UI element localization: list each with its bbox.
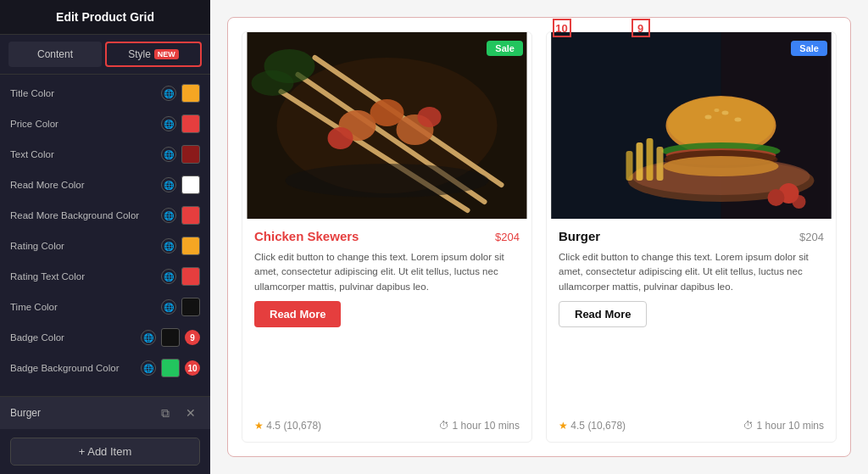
time-color-label: Time Color <box>10 302 154 312</box>
svg-point-35 <box>768 189 785 206</box>
setting-row-badge-color: Badge Color 🌐 9 <box>0 322 210 353</box>
text-color-swatch[interactable] <box>181 145 200 164</box>
new-badge: NEW <box>154 49 179 59</box>
price-color-swatch[interactable] <box>181 114 200 133</box>
setting-row-text-color: Text Color 🌐 <box>0 139 210 170</box>
read-more-bg-swatch[interactable] <box>181 206 200 225</box>
svg-rect-31 <box>647 138 654 181</box>
burger-item-row: Burger ⧉ ✕ <box>0 396 210 429</box>
svg-rect-33 <box>626 151 633 181</box>
time-color-swatch[interactable] <box>181 298 200 316</box>
time-color-controls: 🌐 <box>161 298 200 316</box>
read-more-bg-label: Read More Background Color <box>10 210 154 220</box>
badge-bg-color-controls: 🌐 10 <box>141 359 200 377</box>
rating-text-color-controls: 🌐 <box>161 267 200 286</box>
card-title-burger: Burger <box>559 229 600 243</box>
setting-row-title-color: Title Color 🌐 <box>0 78 210 109</box>
setting-row-rating-color: Rating Color 🌐 <box>0 231 210 261</box>
clock-icon-burger: ⏱ <box>743 420 754 432</box>
annotation-9: 9 <box>632 19 650 37</box>
star-icon-skewers: ★ <box>254 420 264 432</box>
badge-color-controls: 🌐 9 <box>141 328 200 347</box>
burger-image <box>547 32 836 219</box>
card-footer-burger: ★ 4.5 (10,678) ⏱ 1 hour 10 mins <box>559 415 824 432</box>
panel-title: Edit Product Grid <box>0 0 210 35</box>
card-title-row-burger: Burger $204 <box>559 229 824 243</box>
rating-color-globe[interactable]: 🌐 <box>161 238 176 254</box>
add-item-button[interactable]: + Add Item <box>10 438 200 466</box>
badge-bg-color-globe[interactable]: 🌐 <box>141 360 156 376</box>
badge-color-label: Badge Color <box>10 332 134 343</box>
card-footer-skewers: ★ 4.5 (10,678) ⏱ 1 hour 10 mins <box>254 415 520 432</box>
svg-point-10 <box>286 164 489 198</box>
badge-color-swatch[interactable] <box>161 328 180 347</box>
setting-row-price-color: Price Color 🌐 <box>0 109 210 139</box>
card-desc-skewers: Click edit button to change this text. L… <box>254 250 520 294</box>
text-color-controls: 🌐 <box>161 145 200 164</box>
tabs-row: Content Style NEW <box>0 35 210 75</box>
card-title-skewers: Chicken Skewers <box>254 229 359 243</box>
time-info-skewers: ⏱ 1 hour 10 mins <box>439 420 520 432</box>
clock-icon-skewers: ⏱ <box>439 420 449 432</box>
read-more-color-globe[interactable]: 🌐 <box>161 177 176 192</box>
card-price-skewers: $204 <box>495 231 520 243</box>
rating-text-color-swatch[interactable] <box>181 267 200 286</box>
setting-row-read-more-bg: Read More Background Color 🌐 <box>0 200 210 231</box>
tab-style[interactable]: Style NEW <box>105 42 202 67</box>
setting-row-read-more-color: Read More Color 🌐 <box>0 170 210 200</box>
card-price-burger: $204 <box>799 231 824 243</box>
rating-text-color-globe[interactable]: 🌐 <box>161 269 176 284</box>
rating-text-color-label: Rating Text Color <box>10 271 154 282</box>
svg-point-22 <box>722 111 729 115</box>
copy-icon[interactable]: ⧉ <box>156 404 175 422</box>
read-more-bg-globe[interactable]: 🌐 <box>161 208 176 223</box>
card-image-wrap-burger: Sale <box>547 32 836 219</box>
svg-rect-32 <box>657 147 664 181</box>
rating-color-label: Rating Color <box>10 241 154 251</box>
star-icon-burger: ★ <box>559 420 568 432</box>
price-color-label: Price Color <box>10 119 154 129</box>
rating-burger: ★ 4.5 (10,678) <box>559 420 626 432</box>
card-desc-burger: Click edit button to change this text. L… <box>559 250 824 294</box>
left-panel: Edit Product Grid Content Style NEW Titl… <box>0 0 210 474</box>
read-more-button-skewers[interactable]: Read More <box>254 301 341 327</box>
tab-content[interactable]: Content <box>8 42 102 67</box>
settings-list: Title Color 🌐 Price Color 🌐 Text Color 🌐 <box>0 75 210 396</box>
badge-bg-color-label: Badge Background Color <box>10 363 134 373</box>
setting-row-time-color: Time Color 🌐 <box>0 292 210 322</box>
svg-point-8 <box>328 127 353 149</box>
text-color-globe[interactable]: 🌐 <box>161 147 176 162</box>
text-color-label: Text Color <box>10 149 154 159</box>
burger-item-label: Burger <box>10 407 149 419</box>
title-color-swatch[interactable] <box>181 84 200 103</box>
card-body-burger: Burger $204 Click edit button to change … <box>547 219 836 442</box>
delete-icon[interactable]: ✕ <box>181 404 200 422</box>
right-panel: 10 9 <box>210 0 868 474</box>
price-color-globe[interactable]: 🌐 <box>161 116 176 131</box>
svg-point-21 <box>705 115 712 120</box>
product-grid: Sale Chicken Skewers $204 Click edit but… <box>227 17 851 457</box>
sale-badge-skewers: Sale <box>487 41 523 56</box>
badge-color-globe[interactable]: 🌐 <box>141 330 156 345</box>
time-color-globe[interactable]: 🌐 <box>161 299 176 315</box>
time-info-burger: ⏱ 1 hour 10 mins <box>743 420 824 432</box>
title-color-controls: 🌐 <box>161 84 200 103</box>
skewers-image <box>242 32 531 219</box>
card-body-skewers: Chicken Skewers $204 Click edit button t… <box>242 219 531 442</box>
svg-point-12 <box>252 70 294 96</box>
svg-point-36 <box>793 195 806 209</box>
read-more-color-label: Read More Color <box>10 180 154 190</box>
rating-color-swatch[interactable] <box>181 237 200 255</box>
setting-row-badge-bg-color: Badge Background Color 🌐 10 <box>0 353 210 383</box>
read-more-bg-controls: 🌐 <box>161 206 200 225</box>
annotation-10: 10 <box>553 19 571 37</box>
read-more-button-burger[interactable]: Read More <box>559 301 647 327</box>
setting-row-rating-text-color: Rating Text Color 🌐 <box>0 261 210 292</box>
badge-bg-color-swatch[interactable] <box>161 359 180 377</box>
title-color-label: Title Color <box>10 88 154 98</box>
svg-point-9 <box>418 107 442 127</box>
read-more-color-swatch[interactable] <box>181 176 200 194</box>
title-color-globe[interactable]: 🌐 <box>161 86 176 101</box>
svg-point-24 <box>715 109 720 112</box>
sale-badge-burger: Sale <box>791 41 827 56</box>
